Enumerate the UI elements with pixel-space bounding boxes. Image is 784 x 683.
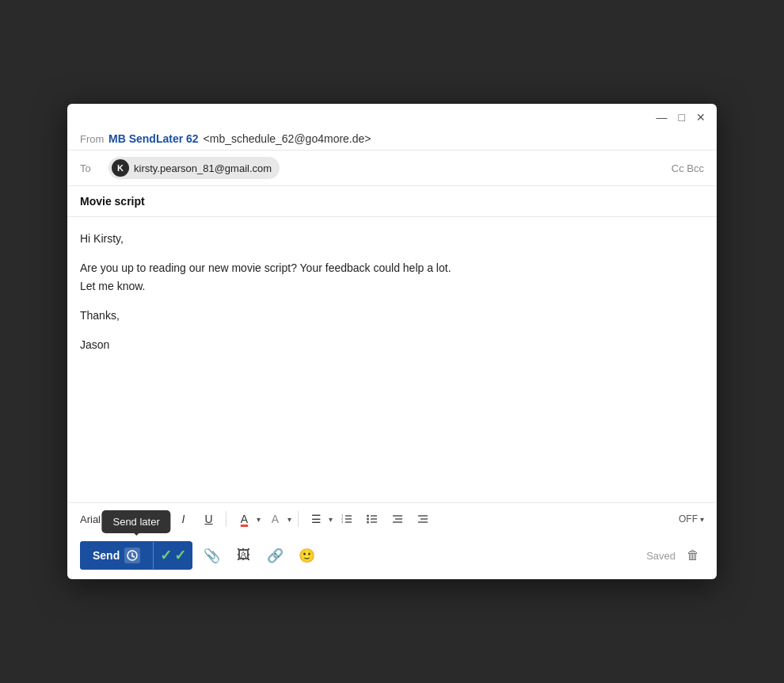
off-toggle-dropdown-icon[interactable]: ▾ (700, 515, 704, 524)
action-bar: Send later Send ✓ ✓ 📎 🖼 (67, 535, 717, 579)
indent-decrease-button[interactable] (386, 508, 409, 530)
align-dropdown-icon[interactable]: ▾ (329, 515, 333, 524)
send-button[interactable]: Send (80, 541, 153, 570)
svg-point-9 (367, 515, 369, 517)
font-size-value: 10 (113, 513, 124, 525)
subject-text: Movie script (80, 195, 145, 208)
svg-line-20 (132, 556, 135, 558)
check-icon-2: ✓ (174, 547, 186, 564)
svg-point-10 (367, 518, 369, 521)
align-icon-button[interactable]: ☰ (305, 508, 327, 530)
toolbar-separator-1 (226, 511, 226, 527)
underline-button[interactable]: U (197, 508, 219, 530)
recipient-chip[interactable]: K kirsty.pearson_81@gmail.com (108, 157, 280, 179)
font-color-icon-button[interactable]: A (233, 508, 255, 530)
indent-increase-button[interactable] (412, 508, 434, 530)
toolbar-separator-2 (298, 511, 299, 527)
font-name-label: Arial (80, 513, 101, 525)
font-size-selector[interactable]: 10 ▾ (108, 511, 137, 528)
insert-image-button[interactable]: 🖼 (230, 543, 256, 568)
check-icon: ✓ (160, 547, 172, 564)
insert-link-button[interactable]: 🔗 (262, 543, 287, 568)
send-group: Send later Send ✓ ✓ (80, 541, 192, 570)
body-closing: Thanks, (80, 307, 704, 325)
recipient-email: kirsty.pearson_81@gmail.com (134, 162, 272, 174)
formatting-toolbar: Arial 10 ▾ B I U A ▾ A ▾ ☰ (67, 502, 717, 535)
highlight-dropdown-icon[interactable]: ▾ (287, 515, 291, 524)
to-label: To (80, 162, 108, 174)
send-label: Send (93, 549, 120, 562)
body-signature: Jason (80, 336, 704, 354)
send-clock-icon[interactable] (124, 548, 140, 563)
email-body[interactable]: Hi Kirsty, Are you up to reading our new… (67, 217, 717, 502)
highlight-button[interactable]: A ▾ (264, 508, 291, 530)
font-color-button[interactable]: A ▾ (233, 508, 261, 530)
highlight-icon-button[interactable]: A (264, 508, 286, 530)
body-paragraph1: Are you up to reading our new movie scri… (80, 259, 704, 277)
ordered-list-button[interactable]: 123 (336, 508, 358, 530)
svg-point-11 (367, 521, 369, 524)
maximize-button[interactable]: □ (679, 112, 685, 123)
bold-button[interactable]: B (147, 508, 169, 530)
compose-window: — □ ✕ From MB SendLater 62 <mb_schedule_… (67, 104, 717, 579)
align-button[interactable]: ☰ ▾ (305, 508, 333, 530)
send-check-button[interactable]: ✓ ✓ (153, 542, 192, 569)
to-row: To K kirsty.pearson_81@gmail.com Cc Bcc (67, 151, 717, 186)
italic-button[interactable]: I (172, 508, 194, 530)
title-bar: — □ ✕ (67, 104, 717, 128)
cc-bcc-button[interactable]: Cc Bcc (672, 162, 704, 174)
saved-label: Saved (646, 550, 676, 562)
from-label: From (80, 133, 108, 145)
font-color-dropdown-icon[interactable]: ▾ (257, 515, 261, 524)
delete-button[interactable]: 🗑 (682, 544, 704, 567)
window-controls: — □ ✕ (657, 112, 706, 123)
body-greeting: Hi Kirsty, (80, 230, 704, 248)
insert-emoji-button[interactable]: 🙂 (294, 543, 319, 568)
from-email: <mb_schedule_62@go4more.de> (204, 132, 371, 145)
from-name: MB SendLater 62 (108, 132, 199, 145)
subject-row[interactable]: Movie script (67, 186, 717, 217)
unordered-list-button[interactable] (361, 508, 383, 530)
avatar: K (112, 159, 129, 177)
off-toggle[interactable]: OFF ▾ (679, 513, 704, 525)
off-toggle-label: OFF (679, 513, 698, 525)
minimize-button[interactable]: — (657, 112, 668, 123)
from-row: From MB SendLater 62 <mb_schedule_62@go4… (67, 128, 717, 151)
attach-file-button[interactable]: 📎 (199, 543, 224, 568)
close-button[interactable]: ✕ (696, 112, 706, 123)
body-paragraph2: Let me know. (80, 277, 704, 296)
font-size-dropdown-icon: ▾ (127, 513, 132, 525)
svg-text:3: 3 (341, 520, 344, 524)
